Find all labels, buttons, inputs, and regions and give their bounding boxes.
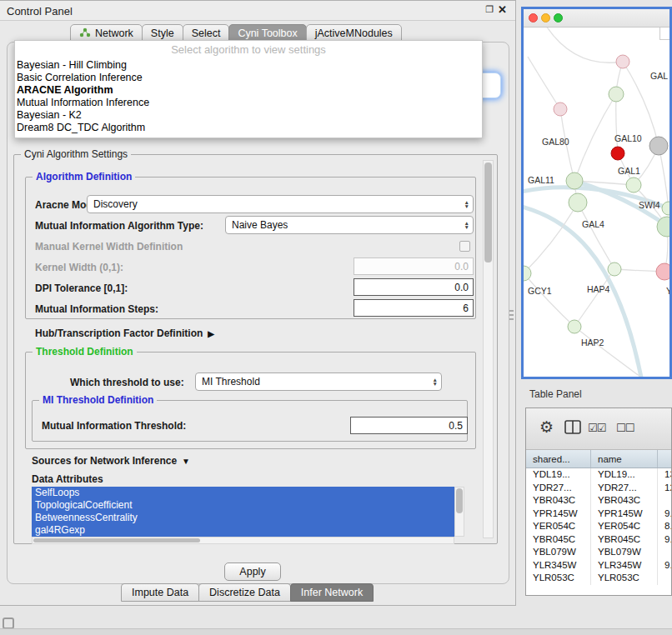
table-row[interactable]: YPR145W YPR145W 9. — [526, 508, 671, 521]
dropdown-item-selected[interactable]: ARACNE Algorithm — [15, 84, 482, 97]
settings-scrollbar-thumb[interactable] — [484, 162, 492, 262]
dropdown-item[interactable]: Bayesian - K2 — [15, 109, 482, 122]
data-attributes-list: SelfLoops TopologicalCoefficient Between… — [32, 487, 454, 537]
network-canvas[interactable]: GAL GAL80 GAL10 GAL11 GAL1 SWI4 GAL4 GCY… — [524, 28, 669, 377]
table-row[interactable]: YDR27... YDR27... 12 — [526, 482, 671, 495]
cell: YBL079W — [526, 546, 591, 559]
node[interactable] — [656, 263, 669, 280]
network-view-window: GAL GAL80 GAL10 GAL11 GAL1 SWI4 GAL4 GCY… — [521, 7, 672, 379]
tab-label: Cyni Toolbox — [238, 28, 297, 39]
node[interactable] — [609, 87, 624, 102]
tab-discretize-data[interactable]: Discretize Data — [198, 583, 291, 602]
dropdown-item[interactable]: Mutual Information Inference — [15, 97, 482, 109]
close-traffic-light[interactable] — [529, 13, 538, 22]
mi-steps-field[interactable] — [354, 299, 474, 317]
attributes-vscrollbar-thumb[interactable] — [456, 488, 463, 513]
dpi-tolerance-field[interactable] — [354, 278, 474, 296]
attributes-hscrollbar-thumb[interactable] — [33, 538, 200, 542]
list-item[interactable]: SelfLoops — [32, 487, 454, 499]
node-gal1[interactable] — [626, 178, 641, 192]
table-row[interactable]: YBR045C YBR045C 9. — [526, 533, 671, 547]
node-swi4[interactable] — [662, 202, 669, 215]
mi-type-label: Mutual Information Algorithm Type: — [35, 220, 203, 232]
node-label: Y — [666, 286, 669, 296]
node-gal11[interactable] — [566, 172, 583, 189]
node-label: SWI4 — [639, 200, 660, 210]
node-hap2[interactable] — [568, 320, 581, 333]
cell: YBR043C — [526, 494, 591, 508]
table-row[interactable]: YBL079W YBL079W — [526, 546, 671, 559]
apply-button[interactable]: Apply — [224, 562, 281, 581]
group-title: Cyni Algorithm Settings — [21, 148, 131, 160]
cell: YBR043C — [591, 494, 658, 508]
dropdown-item[interactable]: Dream8 DC_TDC Algorithm — [15, 122, 482, 134]
mi-type-select[interactable]: Naive Bayes ▲▼ — [225, 216, 474, 234]
table-row[interactable]: YER054C YER054C 8. — [526, 520, 671, 533]
tab-impute-data[interactable]: Impute Data — [121, 583, 199, 602]
collapse-down-icon: ▼ — [182, 457, 190, 466]
tab-infer-network[interactable]: Infer Network — [290, 583, 374, 602]
group-title: MI Threshold Definition — [39, 394, 157, 406]
column-header-extra[interactable] — [658, 450, 671, 468]
algorithm-dropdown-list: Select algorithm to view settings Bayesi… — [14, 40, 483, 138]
close-window-icon[interactable]: ✕ — [498, 3, 507, 16]
kernel-width-label: Kernel Width (0,1): — [35, 262, 123, 273]
node[interactable] — [616, 55, 629, 68]
mi-threshold-field[interactable] — [350, 417, 468, 434]
group-title: Threshold Definition — [33, 346, 137, 358]
list-item[interactable]: TopologicalCoefficient — [32, 499, 454, 512]
node-gcy1[interactable] — [524, 266, 531, 281]
cell: 8. — [658, 520, 671, 533]
cell: YBR045C — [591, 533, 658, 547]
column-header-shared-name[interactable]: shared... — [526, 450, 591, 468]
checked-boxes-icon[interactable]: ☑☑ — [588, 422, 605, 434]
table-row[interactable]: YLR053C YLR053C — [526, 572, 671, 585]
tab-label: Network — [95, 28, 133, 39]
cell: YER054C — [591, 520, 658, 533]
list-item[interactable]: gal4RGexp — [32, 524, 454, 537]
tab-label: Select — [192, 28, 221, 39]
zoom-traffic-light[interactable] — [554, 13, 563, 22]
aracne-mode-select[interactable]: Discovery ▲▼ — [87, 195, 474, 213]
gear-icon[interactable]: ⚙ — [539, 418, 554, 437]
manual-kernel-label: Manual Kernel Width Definition — [35, 241, 183, 252]
stepper-icon: ▲▼ — [459, 200, 469, 209]
table-row[interactable]: YDL19... YDL19... 13 — [526, 468, 671, 482]
float-window-icon[interactable]: ❐ — [485, 4, 494, 15]
node-label: HAP2 — [581, 338, 604, 348]
node-label: GAL — [650, 71, 668, 81]
mi-steps-label: Mutual Information Steps: — [35, 303, 158, 315]
node-label: HAP4 — [587, 284, 610, 294]
which-threshold-select[interactable]: MI Threshold ▲▼ — [195, 372, 442, 391]
unchecked-boxes-icon[interactable]: ☐☐ — [616, 422, 634, 434]
collapsed-panel-icon[interactable] — [3, 618, 14, 629]
cell: 13 — [658, 468, 671, 482]
panel-splitter-handle[interactable] — [509, 310, 514, 322]
sources-collapser[interactable]: Sources for Network Inference▼ — [32, 455, 190, 467]
cell — [658, 546, 671, 559]
kernel-width-field[interactable] — [354, 258, 474, 275]
window-title: Control Panel — [7, 5, 73, 18]
column-header-name[interactable]: name — [591, 450, 658, 468]
dropdown-item[interactable]: Basic Correlation Inference — [15, 72, 482, 84]
node-label: GAL1 — [618, 166, 640, 176]
group-title: Algorithm Definition — [33, 171, 135, 182]
stepper-icon: ▲▼ — [428, 378, 438, 387]
table-row[interactable]: YBR043C YBR043C — [526, 494, 671, 508]
dpi-tolerance-label: DPI Tolerance [0,1]: — [35, 282, 128, 294]
cell: YPR145W — [591, 508, 658, 521]
minimize-traffic-light[interactable] — [541, 13, 550, 22]
node-gal80[interactable] — [554, 102, 567, 116]
table-row[interactable]: YLR345W YLR345W 9. — [526, 559, 671, 572]
node-gal10[interactable] — [611, 147, 624, 160]
dropdown-item[interactable]: Bayesian - Hill Climbing — [15, 59, 482, 72]
hub-definition-expander[interactable]: Hub/Transcription Factor Definition▶ — [35, 328, 214, 339]
node-hap4[interactable] — [608, 262, 621, 276]
application-root: Control Panel ❐ ✕ Network Style Select — [0, 0, 672, 635]
list-item[interactable]: BetweennessCentrality — [32, 512, 454, 524]
network-window-titlebar — [524, 9, 669, 28]
node[interactable] — [649, 137, 668, 155]
columns-icon[interactable] — [564, 420, 581, 438]
node-gal4[interactable] — [569, 193, 587, 212]
manual-kernel-checkbox[interactable] — [459, 241, 470, 252]
